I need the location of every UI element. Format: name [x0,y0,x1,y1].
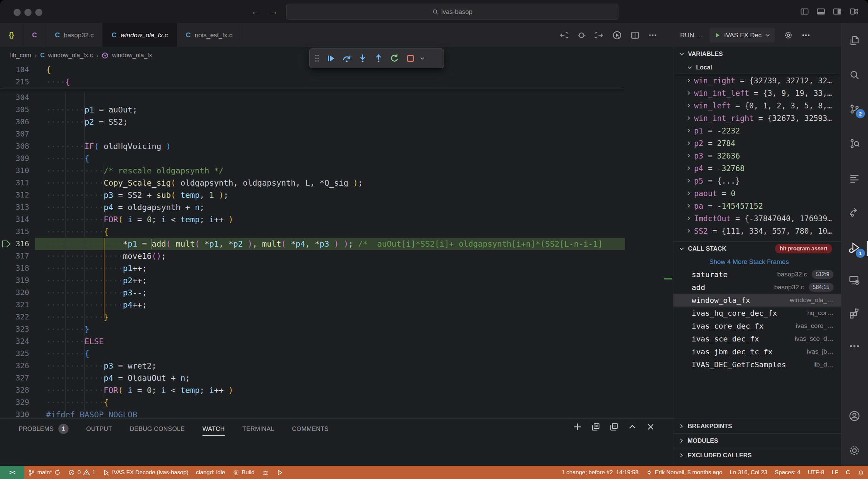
sidebar-section[interactable]: MODULES [673,433,841,448]
stack-frame-row[interactable]: ivas_hq_core_dec_fx hq_cor… [673,307,841,319]
code-line[interactable]: 320 ················p3--; [0,287,625,299]
current-stack-frame-marker-icon[interactable] [1,239,12,249]
variable-row[interactable]: paout = 0 [673,187,841,200]
code-line[interactable]: 313 ············p4 = oldgapsynth + n; [0,201,625,213]
variable-row[interactable]: p4 = -32768 [673,162,841,174]
maximize-panel-icon[interactable] [628,422,637,431]
line-number[interactable]: 310 [0,165,35,177]
stack-frame-row[interactable]: IVAS_DEC_GetTcSamples lib_d… [673,358,841,371]
encoding-item[interactable]: UTF-8 [804,466,828,479]
debug-step-out-icon[interactable] [372,51,385,65]
code-line[interactable]: 317 ················move16(); [0,250,625,262]
eol-item[interactable]: LF [828,466,842,479]
settings-gear-icon[interactable] [848,444,861,457]
line-number[interactable]: 306 [0,116,35,128]
breadcrumb-symbol[interactable]: window_ola_fx [112,52,152,59]
toolbar-drag-grip[interactable] [313,51,321,65]
debug-session-item[interactable]: IVAS FX Decode (ivas-basop) [99,466,192,479]
line-number[interactable]: 311 [0,177,35,189]
line-number[interactable]: 313 [0,201,35,213]
breadcrumb-folder[interactable]: lib_com [10,52,31,59]
code-line[interactable]: 323 ········} [0,323,625,335]
code-line[interactable]: 327 ············p4 = OldauOut + n; [0,372,625,384]
toggle-primary-sidebar-icon[interactable] [800,7,809,16]
nav-back-circle-icon[interactable] [559,31,568,40]
line-number[interactable]: 309 [0,152,35,165]
line-number[interactable]: 318 [0,262,35,274]
live-share-icon[interactable] [848,205,861,219]
code-line[interactable]: 330 #ifdef BASOP_NOGLOB [0,409,625,418]
nav-back-button[interactable]: ← [251,6,260,17]
add-watch-expression-icon[interactable] [573,422,582,431]
command-search-box[interactable]: ivas-basop [286,4,618,20]
variable-row[interactable]: p1 = -2232 [673,124,841,137]
line-number[interactable]: 320 [0,287,35,299]
sticky-line[interactable]: 215 ····{ [0,76,625,88]
line-number[interactable]: 328 [0,384,35,396]
line-number[interactable]: 330 [0,409,35,418]
git-branch-item[interactable]: main* [24,466,64,479]
editor-tab[interactable]: {} [0,23,23,47]
split-editor-icon[interactable] [631,31,639,40]
language-mode-item[interactable]: C [842,466,854,479]
notifications-bell-item[interactable] [854,466,868,479]
scope-local-row[interactable]: Local [673,61,841,74]
code-line[interactable]: 309 ········{ [0,152,625,165]
chevron-right-icon[interactable] [686,116,691,121]
chevron-right-icon[interactable] [686,141,691,146]
show-more-frames-link[interactable]: Show 4 More Stack Frames [673,256,841,268]
variable-row[interactable]: pa = -145457152 [673,200,841,212]
start-debug-icon[interactable] [714,32,721,38]
panel-more-icon[interactable] [802,31,810,40]
code-line[interactable]: 308 ········IF( oldHqVoicing ) [0,140,625,152]
code-line[interactable]: 322 ············} [0,311,625,323]
stop-dropdown-chevron-icon[interactable] [420,56,425,61]
customize-layout-icon[interactable] [850,7,859,16]
code-editor[interactable]: 104 { 215 ····{ 304 305 ········p1 = auO… [0,64,625,418]
chevron-right-icon[interactable] [686,228,691,233]
debug-continue-icon[interactable] [324,51,337,65]
variable-row[interactable]: p3 = 32636 [673,149,841,162]
debug-config-dropdown[interactable]: IVAS FX Dec [710,28,775,43]
accounts-icon[interactable] [848,409,861,423]
code-line[interactable]: 318 ················p1++; [0,262,625,274]
line-number[interactable]: 315 [0,226,35,238]
line-number[interactable]: 324 [0,335,35,348]
line-number[interactable]: 307 [0,128,35,140]
chevron-right-icon[interactable] [686,128,691,133]
code-line[interactable]: 305 ········p1 = auOut; [0,104,625,116]
chevron-right-icon[interactable] [686,203,691,208]
run-task-item[interactable] [273,466,287,479]
maximize-window-icon[interactable] [35,9,42,16]
chevron-right-icon[interactable] [686,78,691,83]
toggle-secondary-sidebar-icon[interactable] [833,7,842,16]
blame-item[interactable]: Erik Norvell, 5 months ago [642,466,726,479]
line-number[interactable]: 325 [0,348,35,360]
stack-frame-row[interactable]: window_ola_fx window_ola_… [673,294,841,307]
code-line[interactable]: 315 ············{ [0,226,625,238]
line-number[interactable]: 308 [0,140,35,152]
code-line[interactable]: 328 ············FOR( i = 0; i < temp; i+… [0,384,625,396]
panel-tab[interactable]: COMMENTS [292,419,329,439]
record-icon[interactable] [577,31,586,40]
bug-item[interactable] [258,466,273,479]
variables-section-header[interactable]: VARIABLES [673,47,841,61]
breadcrumb-file[interactable]: window_ola_fx.c [48,52,93,59]
code-line[interactable]: 316 ················*p1 = add( mult( *p1… [0,238,625,250]
problems-status-item[interactable]: 0 1 [64,466,99,479]
line-number[interactable]: 327 [0,372,35,384]
build-item[interactable]: Build [229,466,258,479]
debug-step-over-icon[interactable] [340,51,353,65]
panel-tab[interactable]: OUTPUT [86,419,112,439]
code-line[interactable]: 321 ················p4++; [0,299,625,311]
chevron-right-icon[interactable] [686,103,691,108]
stack-frame-row[interactable]: ivas_core_dec_fx ivas_core_… [673,319,841,332]
line-number[interactable]: 329 [0,396,35,409]
remove-all-watch-icon[interactable] [591,422,600,431]
line-number[interactable]: 305 [0,104,35,116]
minimize-window-icon[interactable] [24,9,32,16]
editor-tab[interactable]: C window_ola_fx.c [103,23,177,47]
search-icon[interactable] [848,68,861,82]
code-lines[interactable]: 304 305 ········p1 = auOut; 306 ········… [0,91,625,418]
remote-indicator[interactable]: >< [0,466,24,479]
